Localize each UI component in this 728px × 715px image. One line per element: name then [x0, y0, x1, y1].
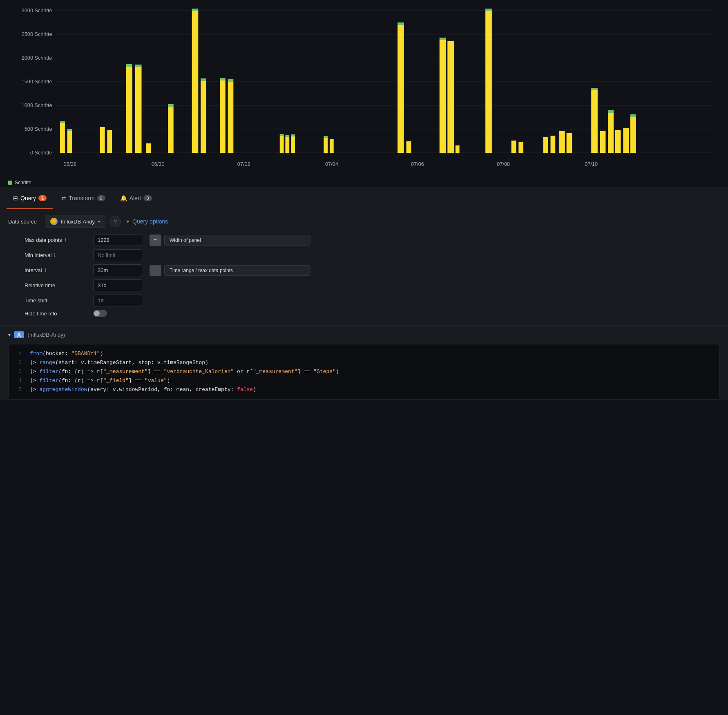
chart-svg: 3000 Schritte 2500 Schritte 2000 Schritt… [8, 7, 720, 178]
svg-rect-28 [126, 64, 132, 67]
query-a-toggle-icon: ▾ [8, 332, 11, 338]
svg-rect-61 [518, 142, 523, 153]
interval-equals[interactable]: = [150, 265, 161, 276]
code-line-2: 2 |> range(start: v.timeRangeStart, stop… [15, 358, 713, 367]
svg-rect-31 [146, 143, 151, 153]
datasource-selector[interactable]: InfluxDB-Andy ▾ [45, 215, 105, 228]
code-line-1: 1 from(bucket: "DBANDY1") [15, 349, 713, 358]
svg-text:2000 Schritte: 2000 Schritte [22, 55, 52, 61]
hide-time-info-toggle[interactable] [93, 310, 146, 317]
code-line-5: 5 |> aggregateWindow(every: v.windowPeri… [15, 385, 713, 394]
chart-legend: Schritte [8, 180, 720, 185]
svg-rect-57 [456, 145, 460, 153]
tab-alert-icon: 🔔 [120, 195, 127, 201]
tab-transform-icon: ⇄ [61, 195, 66, 201]
svg-rect-56 [447, 41, 454, 153]
line-number-1: 1 [15, 349, 22, 358]
svg-rect-40 [228, 82, 234, 153]
svg-rect-73 [630, 117, 636, 153]
svg-rect-58 [485, 11, 492, 153]
legend-color [8, 181, 12, 185]
svg-rect-39 [220, 78, 226, 80]
tab-transform[interactable]: ⇄ Transform 0 [55, 188, 112, 209]
legend-label: Schritte [15, 180, 31, 185]
tab-query-label: Query [20, 195, 36, 201]
interval-info-icon[interactable]: ℹ [45, 268, 46, 273]
query-options-toggle-icon: ▾ [127, 219, 129, 224]
svg-rect-70 [608, 110, 614, 113]
interval-input[interactable] [93, 264, 142, 276]
max-data-points-equals[interactable]: = [150, 235, 161, 246]
query-options-header[interactable]: ▾ Query options [127, 218, 168, 225]
datasource-row: Data source InfluxDB-Andy ▾ ? ▾ Query op… [0, 209, 728, 234]
svg-rect-51 [397, 25, 404, 153]
datasource-name: InfluxDB-Andy [61, 219, 95, 225]
svg-rect-33 [168, 104, 174, 107]
svg-text:07/04: 07/04 [325, 161, 338, 167]
time-shift-input[interactable] [93, 295, 142, 306]
min-interval-input[interactable] [93, 249, 142, 261]
max-data-points-input[interactable] [93, 234, 142, 246]
max-data-points-tag: Width of panel [164, 235, 310, 246]
svg-rect-26 [107, 130, 112, 153]
svg-rect-41 [228, 79, 234, 82]
line-number-4: 4 [15, 376, 22, 385]
line-number-5: 5 [15, 385, 22, 394]
svg-rect-23 [67, 131, 72, 153]
svg-rect-62 [543, 137, 548, 153]
svg-rect-63 [551, 136, 556, 153]
max-data-points-info-icon[interactable]: ℹ [65, 237, 66, 243]
svg-rect-49 [324, 136, 328, 138]
svg-text:0 Schritte: 0 Schritte [30, 150, 52, 156]
relative-time-input[interactable] [93, 279, 142, 291]
svg-rect-35 [192, 9, 199, 11]
svg-rect-66 [591, 90, 598, 153]
svg-text:3000 Schritte: 3000 Schritte [22, 7, 52, 13]
svg-text:2500 Schritte: 2500 Schritte [22, 31, 52, 37]
tab-alert[interactable]: 🔔 Alert 0 [114, 188, 159, 209]
code-line-4: 4 |> filter(fn: (r) => r["_field"] == "v… [15, 376, 713, 385]
svg-rect-50 [330, 139, 334, 153]
svg-rect-46 [291, 136, 295, 153]
svg-text:1500 Schritte: 1500 Schritte [22, 78, 52, 85]
svg-rect-67 [591, 88, 598, 90]
svg-rect-52 [397, 22, 404, 25]
svg-rect-43 [280, 134, 284, 136]
toggle-switch[interactable] [93, 310, 107, 317]
svg-rect-36 [201, 81, 206, 153]
tab-transform-label: Transform [69, 195, 94, 201]
influx-icon [50, 218, 58, 225]
chart-panel: 3000 Schritte 2500 Schritte 2000 Schritt… [0, 0, 728, 188]
tab-query[interactable]: ⊟ Query 1 [7, 188, 53, 209]
query-a-header[interactable]: ▾ A (InfluxDB-Andy) [0, 325, 728, 344]
svg-rect-59 [485, 9, 492, 11]
svg-rect-24 [67, 129, 72, 131]
svg-rect-42 [280, 136, 284, 153]
time-shift-label: Time shift [25, 297, 90, 304]
svg-rect-34 [192, 11, 199, 153]
svg-rect-45 [285, 135, 289, 137]
tab-query-icon: ⊟ [13, 195, 18, 201]
tab-alert-badge: 0 [143, 195, 152, 201]
code-editor[interactable]: 1 from(bucket: "DBANDY1") 2 |> range(sta… [8, 344, 720, 400]
svg-rect-30 [135, 65, 142, 67]
query-section: Data source InfluxDB-Andy ▾ ? ▾ Query op… [0, 209, 728, 400]
svg-rect-32 [168, 107, 174, 153]
svg-rect-47 [291, 134, 295, 136]
svg-rect-21 [60, 123, 65, 153]
svg-point-75 [52, 219, 56, 223]
svg-rect-27 [126, 67, 132, 153]
interval-label: Interval ℹ [25, 267, 90, 273]
relative-time-label: Relative time [25, 282, 90, 288]
svg-rect-25 [100, 127, 105, 153]
svg-rect-55 [440, 38, 446, 40]
code-line-3: 3 |> filter(fn: (r) => r["_measurement"]… [15, 367, 713, 376]
min-interval-info-icon[interactable]: ℹ [54, 252, 56, 258]
tab-transform-badge: 0 [97, 195, 105, 201]
svg-rect-29 [135, 67, 142, 153]
min-interval-label: Min interval ℹ [25, 252, 90, 258]
svg-rect-44 [285, 137, 289, 153]
query-options-body: Max data points ℹ = Width of panel Min i… [0, 234, 728, 325]
help-button[interactable]: ? [109, 216, 121, 227]
tab-alert-label: Alert [130, 195, 141, 201]
